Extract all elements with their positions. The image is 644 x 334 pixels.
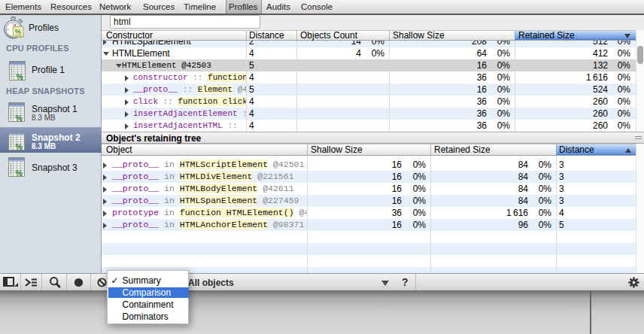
svg-text:%: % bbox=[14, 28, 21, 35]
svg-text:%: % bbox=[17, 72, 24, 81]
svg-text:%: % bbox=[16, 114, 23, 123]
svg-text:%: % bbox=[16, 142, 23, 151]
svg-text:%: % bbox=[16, 169, 23, 178]
